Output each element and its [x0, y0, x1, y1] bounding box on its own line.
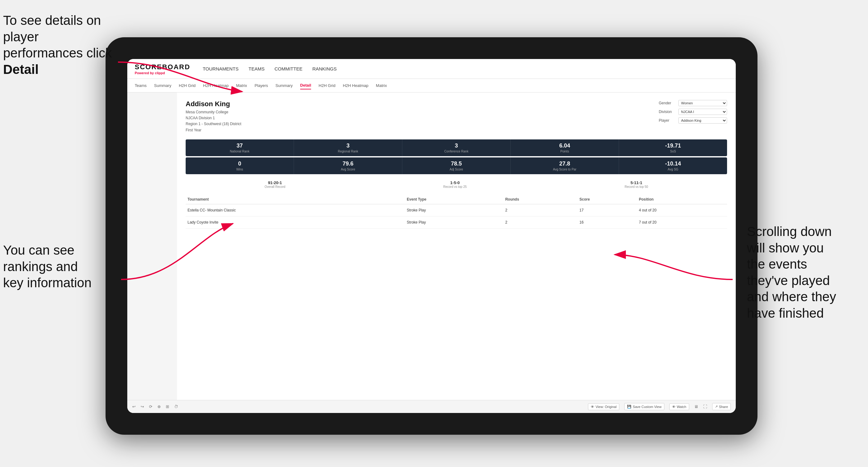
records-row: 91-20-1 Overall Record 1-5-0 Record vs t…: [186, 178, 727, 191]
nav-tournaments[interactable]: TOURNAMENTS: [203, 65, 239, 73]
record-top25: 1-5-0 Record vs top 25: [443, 180, 467, 188]
stat-points: 6.04 Points: [511, 139, 619, 156]
rounds-2: 2: [503, 216, 578, 228]
score-2: 16: [578, 216, 637, 228]
stats-row-2: 0 Wins 79.6 Avg Score 78.5 Adj Score 27.…: [186, 157, 727, 174]
subnav-matrix[interactable]: Matrix: [236, 82, 247, 89]
sub-nav: Teams Summary H2H Grid H2H Heatmap Matri…: [127, 79, 736, 93]
content-area: Addison King Mesa Community College NJCA…: [127, 93, 736, 400]
player-name: Addison King: [186, 100, 241, 108]
undo-icon[interactable]: ↩: [132, 404, 136, 409]
eye-icon: 👁: [591, 405, 594, 409]
nav-teams[interactable]: TEAMS: [248, 65, 265, 73]
subnav-h2h-heatmap2[interactable]: H2H Heatmap: [343, 82, 368, 89]
top-nav: SCOREBOARD Powered by clippd TOURNAMENTS…: [127, 59, 736, 79]
division-select[interactable]: NJCAA I: [678, 109, 727, 115]
player-select[interactable]: Addison King: [678, 117, 727, 124]
subnav-teams[interactable]: Teams: [135, 82, 147, 89]
stat-avg-score-par: 27.8 Avg Score to Par: [511, 157, 619, 174]
annotation-top-left: To see details on player performances cl…: [3, 12, 121, 77]
position-1: 4 out of 20: [637, 204, 727, 216]
redo-icon[interactable]: ↪: [141, 404, 144, 409]
record-top50: 5-11-1 Record vs top 50: [625, 180, 648, 188]
tournament-table: Tournament Event Type Rounds Score Posit…: [186, 195, 727, 228]
main-content: Addison King Mesa Community College NJCA…: [177, 93, 736, 400]
layout-icon[interactable]: ⊞: [166, 404, 169, 409]
table-row: Estella CC- Mountain Classic Stroke Play…: [186, 204, 727, 216]
record-overall-value: 91-20-1: [265, 180, 285, 185]
tournament-name-2: Lady Coyote Invite: [186, 216, 405, 228]
annotation-bottom-right: Scrolling down will show you the events …: [747, 224, 865, 321]
col-event-type: Event Type: [405, 195, 503, 204]
event-type-1: Stroke Play: [405, 204, 503, 216]
subnav-players[interactable]: Players: [254, 82, 268, 89]
record-overall-label: Overall Record: [265, 185, 285, 188]
col-score: Score: [578, 195, 637, 204]
tournament-name-1: Estella CC- Mountain Classic: [186, 204, 405, 216]
tablet-frame: SCOREBOARD Powered by clippd TOURNAMENTS…: [105, 37, 757, 435]
stat-adj-score: 78.5 Adj Score: [402, 157, 511, 174]
screen-icon[interactable]: 🖥: [694, 404, 698, 409]
record-top50-label: Record vs top 50: [625, 185, 648, 188]
share-icon: ↗: [715, 405, 718, 409]
zoom-icon[interactable]: ⊕: [157, 404, 161, 409]
col-rounds: Rounds: [503, 195, 578, 204]
player-region: Region 1 - Southwest (18) District: [186, 121, 241, 127]
stats-row-1: 37 National Rank 3 Regional Rank 3 Confe…: [186, 139, 727, 156]
left-sidebar: [127, 93, 177, 400]
nav-rankings[interactable]: RANKINGS: [312, 65, 337, 73]
division-control: Division NJCAA I: [659, 109, 727, 115]
player-year: First Year: [186, 127, 241, 133]
record-overall: 91-20-1 Overall Record: [265, 180, 285, 188]
position-2: 7 out of 20: [637, 216, 727, 228]
subnav-summary[interactable]: Summary: [154, 82, 172, 89]
rounds-1: 2: [503, 204, 578, 216]
division-label: Division: [659, 110, 676, 114]
subnav-h2h-heatmap[interactable]: H2H Heatmap: [203, 82, 228, 89]
player-division: NJCAA Division 1: [186, 115, 241, 121]
refresh-icon[interactable]: ⟳: [149, 404, 152, 409]
subnav-h2h-grid[interactable]: H2H Grid: [179, 82, 195, 89]
stat-wins: 0 Wins: [186, 157, 294, 174]
save-icon: 💾: [627, 405, 631, 409]
score-1: 17: [578, 204, 637, 216]
bottom-toolbar: ↩ ↪ ⟳ ⊕ ⊞ ⏱ 👁 View: Original 💾 Save Cust…: [127, 400, 736, 413]
player-control: Player Addison King: [659, 117, 727, 124]
stat-conference-rank: 3 Conference Rank: [402, 139, 511, 156]
record-top25-value: 1-5-0: [443, 180, 467, 185]
share-button[interactable]: ↗ Share: [712, 403, 731, 410]
subnav-detail[interactable]: Detail: [300, 82, 311, 89]
gender-control: Gender Women: [659, 100, 727, 106]
logo-scoreboard: SCOREBOARD: [135, 63, 190, 71]
logo-area: SCOREBOARD Powered by clippd: [135, 63, 190, 75]
player-control-label: Player: [659, 118, 676, 123]
record-top25-label: Record vs top 25: [443, 185, 467, 188]
player-controls: Gender Women Division NJCAA I: [659, 100, 727, 133]
save-custom-button[interactable]: 💾 Save Custom View: [624, 403, 664, 410]
logo-powered: Powered by clippd: [135, 71, 190, 75]
col-position: Position: [637, 195, 727, 204]
watch-button[interactable]: 👁 Watch: [669, 403, 689, 410]
record-top50-value: 5-11-1: [625, 180, 648, 185]
subnav-summary2[interactable]: Summary: [275, 82, 293, 89]
tablet-screen: SCOREBOARD Powered by clippd TOURNAMENTS…: [127, 59, 736, 413]
table-row: Lady Coyote Invite Stroke Play 2 16 7 ou…: [186, 216, 727, 228]
stat-avg-sg: -10.14 Avg SG: [619, 157, 727, 174]
player-info: Addison King Mesa Community College NJCA…: [186, 100, 241, 133]
player-header: Addison King Mesa Community College NJCA…: [186, 100, 727, 133]
subnav-h2h-grid2[interactable]: H2H Grid: [318, 82, 335, 89]
stat-sos: -19.71 SoS: [619, 139, 727, 156]
stat-national-rank: 37 National Rank: [186, 139, 294, 156]
stat-regional-rank: 3 Regional Rank: [294, 139, 402, 156]
watch-icon: 👁: [672, 405, 676, 409]
annotation-bottom-left: You can see rankings and key information: [3, 242, 121, 291]
nav-items: TOURNAMENTS TEAMS COMMITTEE RANKINGS: [203, 65, 337, 73]
gender-label: Gender: [659, 101, 676, 105]
subnav-matrix2[interactable]: Matrix: [376, 82, 387, 89]
view-original-button[interactable]: 👁 View: Original: [588, 403, 619, 410]
gender-select[interactable]: Women: [678, 100, 727, 106]
nav-committee[interactable]: COMMITTEE: [274, 65, 302, 73]
clock-icon[interactable]: ⏱: [174, 404, 178, 409]
expand-icon[interactable]: ⛶: [703, 404, 707, 409]
player-school: Mesa Community College: [186, 109, 241, 115]
